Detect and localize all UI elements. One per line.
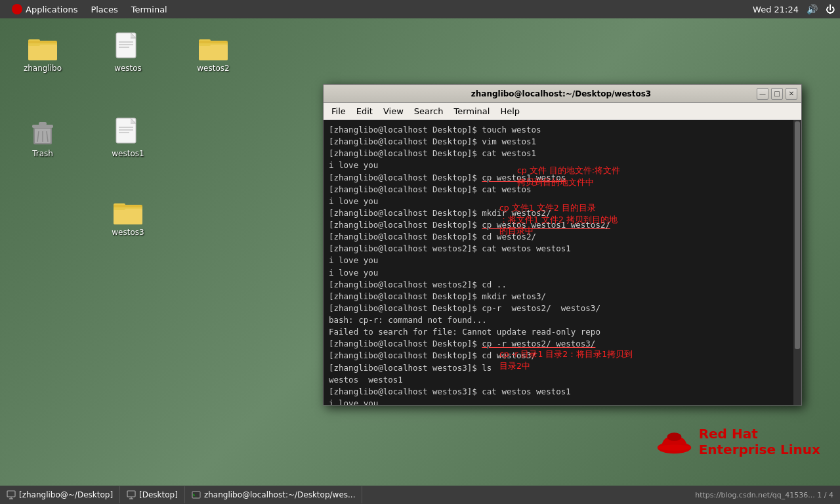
desktop-icon-zhanglibo[interactable]: zhanglibo (13, 32, 72, 74)
document-icon-westos1 (115, 117, 141, 148)
redhat-icon (12, 4, 22, 14)
icon-label-westos: westos (112, 63, 144, 74)
term-line-10: [zhanglibo@localhost Desktop]$ cd westos… (329, 231, 796, 243)
terminal-menu-terminal[interactable]: Terminal (448, 105, 495, 117)
svg-rect-26 (114, 205, 142, 207)
terminal-scroll-thumb (795, 121, 800, 349)
maximize-button[interactable]: □ (771, 88, 783, 100)
desktop-icon-westos1[interactable]: westos1 (98, 117, 158, 159)
minimize-button[interactable]: — (757, 88, 768, 100)
svg-rect-33 (127, 491, 135, 497)
term-line-11: [zhanglibo@localhost westos2]$ cat westo… (329, 243, 796, 255)
folder-icon-westos2 (198, 32, 229, 63)
term-line-4: i love you (329, 159, 796, 171)
term-line-15: [zhanglibo@localhost Desktop]$ mkdir wet… (329, 291, 796, 303)
term-line-2: [zhanglibo@localhost Desktop]$ vim westo… (329, 136, 796, 148)
term-line-16: [zhanglibo@localhost Desktop]$ cp-r west… (329, 303, 796, 314)
folder-icon-westos3 (112, 196, 144, 227)
svg-rect-3 (28, 41, 57, 43)
term-line-21: [zhanglibo@localhost westos3]$ ls (329, 362, 796, 374)
speaker-icon[interactable]: 🔊 (807, 4, 818, 14)
redhat-line1: Red Hat (699, 426, 820, 442)
terminal-menu-view[interactable]: View (378, 105, 409, 117)
terminal-menubar: File Edit View Search Terminal Help (324, 103, 801, 120)
icon-label-zhanglibo: zhanglibo (22, 63, 64, 74)
desktop-taskbar-icon2 (127, 490, 136, 499)
desktop-taskbar-icon (7, 490, 16, 499)
term-line-17: bash: cp-r: command not found... (329, 314, 796, 326)
svg-rect-30 (7, 491, 15, 497)
clock: Wed 21:24 (753, 5, 799, 14)
redhat-text: Red Hat Enterprise Linux (699, 426, 820, 457)
taskbar: [zhanglibo@~/Desktop] [Desktop] $_ zhang… (0, 486, 840, 504)
folder-icon (27, 32, 58, 63)
taskbar-label-desktop2: [Desktop] (139, 490, 178, 499)
term-line-3: [zhanglibo@localhost Desktop]$ cat westo… (329, 148, 796, 159)
desktop-icon-westos[interactable]: westos (98, 32, 158, 74)
terminal-menu-file[interactable]: File (326, 105, 351, 117)
terminal-window: zhanglibo@localhost:~/Desktop/westos3 — … (323, 84, 802, 406)
svg-rect-9 (199, 45, 228, 60)
document-icon (115, 32, 141, 63)
taskbar-item-terminal[interactable]: $_ zhanglibo@localhost:~/Desktop/wes... (185, 486, 363, 503)
desktop-icon-westos2[interactable]: westos2 (184, 32, 243, 74)
power-icon[interactable]: ⏻ (826, 4, 835, 14)
term-line-6: [zhanglibo@localhost Desktop]$ cat westo… (329, 184, 796, 196)
svg-rect-15 (39, 122, 47, 125)
term-line-9: [zhanglibo@localhost Desktop]$ cp westos… (329, 219, 796, 231)
icon-label-westos2: westos2 (195, 63, 231, 74)
term-line-7: i love you (329, 196, 796, 207)
redhat-line2: Enterprise Linux (699, 442, 820, 457)
term-line-20: [zhanglibo@localhost Desktop]$ cd westos… (329, 350, 796, 362)
top-menu-terminal[interactable]: Terminal (125, 0, 174, 18)
icon-label-trash: Trash (30, 148, 55, 159)
top-menubar: Applications Places Terminal Wed 21:24 🔊… (0, 0, 840, 18)
terminal-menu-help[interactable]: Help (495, 105, 525, 117)
term-line-18: Failed to search for file: Cannot update… (329, 326, 796, 338)
svg-text:$_: $_ (193, 493, 198, 497)
terminal-title: zhanglibo@localhost:~/Desktop/westos3 (367, 89, 755, 98)
terminal-titlebar: zhanglibo@localhost:~/Desktop/westos3 — … (324, 85, 801, 103)
desktop-icon-westos3[interactable]: westos3 (98, 196, 158, 238)
term-line-23: [zhanglibo@localhost westos3]$ cat westo… (329, 386, 796, 398)
term-line-14: [zhanglibo@localhost westos2]$ cd .. (329, 279, 796, 291)
taskbar-label-terminal: zhanglibo@localhost:~/Desktop/wes... (204, 490, 356, 499)
redhat-hat-icon (656, 423, 692, 459)
term-line-12: i love you (329, 255, 796, 266)
terminal-taskbar-icon: $_ (192, 490, 201, 499)
icon-label-westos1: westos1 (110, 148, 146, 159)
taskbar-right-link: https://blog.csdn.net/qq_41536... 1 / 4 (695, 491, 840, 499)
close-button[interactable]: ✕ (786, 88, 797, 100)
term-line-8: [zhanglibo@localhost Desktop]$ mkdir wes… (329, 207, 796, 219)
svg-rect-11 (199, 41, 228, 43)
trash-icon (27, 117, 58, 148)
term-line-24: i love you (329, 398, 796, 405)
terminal-content[interactable]: [zhanglibo@localhost Desktop]$ touch wes… (324, 120, 801, 405)
term-line-22: westos westos1 (329, 374, 796, 386)
desktop-icon-trash[interactable]: Trash (13, 117, 72, 159)
icon-label-westos3: westos3 (110, 227, 146, 238)
terminal-menu-edit[interactable]: Edit (351, 105, 378, 117)
top-bar-left: Applications Places Terminal (5, 0, 174, 18)
svg-point-29 (657, 445, 690, 451)
taskbar-item-desktop1[interactable]: [zhanglibo@~/Desktop] (0, 486, 120, 503)
svg-rect-1 (28, 45, 57, 60)
redhat-logo: Red Hat Enterprise Linux (656, 423, 820, 459)
taskbar-label-desktop1: [zhanglibo@~/Desktop] (19, 490, 113, 499)
term-line-1: [zhanglibo@localhost Desktop]$ touch wes… (329, 124, 796, 136)
term-line-13: i love you (329, 267, 796, 279)
terminal-title-buttons: — □ ✕ (755, 88, 797, 100)
desktop: zhanglibo westos westos2 (0, 18, 840, 486)
top-menu-applications[interactable]: Applications (5, 0, 84, 18)
taskbar-item-desktop2[interactable]: [Desktop] (120, 486, 185, 503)
terminal-scrollbar[interactable] (793, 120, 801, 405)
term-line-5: [zhanglibo@localhost Desktop]$ cp westos… (329, 172, 796, 184)
svg-rect-24 (114, 209, 142, 224)
terminal-menu-search[interactable]: Search (409, 105, 449, 117)
top-bar-right: Wed 21:24 🔊 ⏻ (753, 4, 835, 14)
svg-point-28 (667, 432, 681, 441)
top-menu-places[interactable]: Places (84, 0, 124, 18)
term-line-19: [zhanglibo@localhost Desktop]$ cp -r wes… (329, 338, 796, 350)
